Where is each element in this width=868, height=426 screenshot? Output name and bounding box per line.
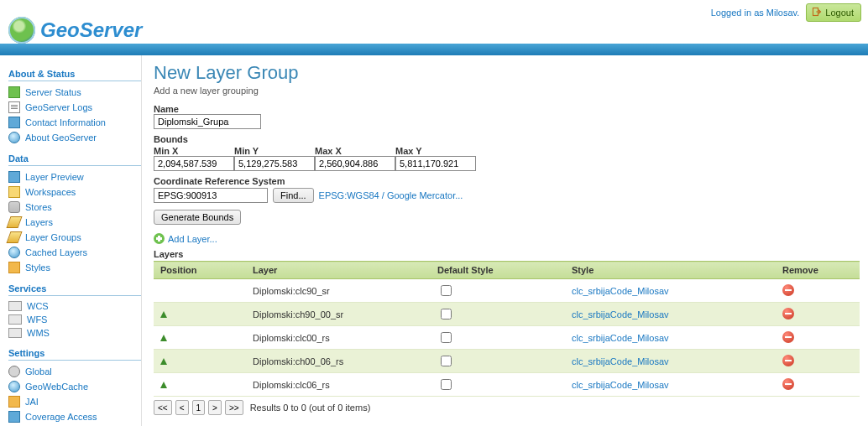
nav-logs[interactable]: GeoServer Logs xyxy=(8,100,141,115)
wcs-icon xyxy=(8,301,22,311)
table-row: Diplomski:clc06_rsclc_srbijaCode_Milosav xyxy=(154,373,860,397)
nav-jai[interactable]: JAI xyxy=(8,394,141,409)
page-title: New Layer Group xyxy=(154,62,860,84)
nav-label: Coverage Access xyxy=(25,412,97,422)
crs-input[interactable] xyxy=(154,188,268,203)
col-default-style: Default Style xyxy=(431,262,565,279)
move-up-icon[interactable] xyxy=(160,358,167,365)
nav-cached-layers[interactable]: Cached Layers xyxy=(8,245,141,260)
jai-icon xyxy=(8,396,20,408)
remove-icon[interactable] xyxy=(782,284,794,296)
pager-last[interactable]: >> xyxy=(225,400,243,415)
add-layer-link[interactable]: Add Layer... xyxy=(154,233,217,244)
nav-label: Layer Groups xyxy=(25,232,81,242)
crs-label: Coordinate Reference System xyxy=(154,176,860,186)
name-label: Name xyxy=(154,104,860,114)
folder-icon xyxy=(8,186,20,198)
table-row: Diplomski:ch00_06_rsclc_srbijaCode_Milos… xyxy=(154,350,860,373)
header-strip xyxy=(0,44,868,55)
main-content: New Layer Group Add a new layer grouping… xyxy=(141,55,868,426)
logs-icon xyxy=(8,101,20,113)
move-up-icon[interactable] xyxy=(160,311,167,318)
minx-label: Min X xyxy=(154,146,234,156)
nav-workspaces[interactable]: Workspaces xyxy=(8,184,141,200)
app-logo[interactable]: GeoServer xyxy=(8,17,142,44)
remove-icon[interactable] xyxy=(782,308,794,320)
style-link[interactable]: clc_srbijaCode_Milosav xyxy=(572,380,669,390)
maxx-input[interactable] xyxy=(315,156,395,171)
col-remove: Remove xyxy=(776,262,860,279)
minx-input[interactable] xyxy=(154,156,234,171)
crs-link[interactable]: EPSG:WGS84 / Google Mercator... xyxy=(319,190,463,200)
name-input[interactable] xyxy=(154,114,261,129)
style-link[interactable]: clc_srbijaCode_Milosav xyxy=(572,309,669,320)
nav-label: WFS xyxy=(27,314,47,325)
maxy-input[interactable] xyxy=(395,156,476,171)
contact-icon xyxy=(8,117,20,128)
pager-page[interactable]: 1 xyxy=(192,400,206,415)
pager-next[interactable]: > xyxy=(208,400,222,415)
nav-wcs[interactable]: WCS xyxy=(8,299,141,313)
nav-global[interactable]: Global xyxy=(8,364,141,379)
gwc-icon xyxy=(8,381,20,392)
default-style-checkbox[interactable] xyxy=(441,356,452,366)
default-style-checkbox[interactable] xyxy=(441,285,452,296)
app-name: GeoServer xyxy=(40,18,142,42)
nav-wfs[interactable]: WFS xyxy=(8,313,141,326)
cached-layers-icon xyxy=(8,247,20,258)
wms-icon xyxy=(8,328,22,338)
logout-button[interactable]: Logout xyxy=(806,3,861,22)
gear-icon xyxy=(8,366,20,377)
nav-label: Global xyxy=(25,366,52,377)
move-up-icon[interactable] xyxy=(160,382,167,388)
nav-contact[interactable]: Contact Information xyxy=(8,115,141,130)
default-style-checkbox[interactable] xyxy=(441,379,452,390)
find-button[interactable]: Find... xyxy=(273,188,314,203)
section-services: Services xyxy=(8,280,141,296)
section-settings: Settings xyxy=(8,345,141,361)
remove-icon[interactable] xyxy=(782,378,794,390)
layer-cell: Diplomski:clc00_rs xyxy=(246,326,431,350)
page-subtitle: Add a new layer grouping xyxy=(154,86,860,96)
status-icon xyxy=(8,86,20,98)
nav-label: Stores xyxy=(25,202,52,212)
default-style-checkbox[interactable] xyxy=(441,309,452,320)
nav-gwc[interactable]: GeoWebCache xyxy=(8,379,141,394)
layer-groups-icon xyxy=(6,231,22,243)
nav-wms[interactable]: WMS xyxy=(8,326,141,340)
nav-label: WMS xyxy=(27,328,50,338)
maxy-label: Max Y xyxy=(395,146,476,156)
add-layer-label: Add Layer... xyxy=(168,234,217,244)
layers-heading: Layers xyxy=(154,249,860,259)
layer-cell: Diplomski:clc06_rs xyxy=(246,373,431,397)
nav-stores[interactable]: Stores xyxy=(8,200,141,215)
style-link[interactable]: clc_srbijaCode_Milosav xyxy=(572,286,669,296)
nav-server-status[interactable]: Server Status xyxy=(8,85,141,100)
remove-icon[interactable] xyxy=(782,331,794,343)
style-link[interactable]: clc_srbijaCode_Milosav xyxy=(572,356,669,366)
default-style-checkbox[interactable] xyxy=(441,332,452,343)
pager-first[interactable]: << xyxy=(154,400,172,415)
nav-layer-preview[interactable]: Layer Preview xyxy=(8,169,141,184)
nav-coverage[interactable]: Coverage Access xyxy=(8,409,141,424)
remove-icon[interactable] xyxy=(782,355,794,366)
miny-input[interactable] xyxy=(234,156,315,171)
style-link[interactable]: clc_srbijaCode_Milosav xyxy=(572,333,669,343)
section-data: Data xyxy=(8,150,141,166)
nav-about[interactable]: About GeoServer xyxy=(8,130,141,145)
col-layer: Layer xyxy=(246,262,431,279)
layer-cell: Diplomski:ch00_06_rs xyxy=(246,350,431,373)
generate-bounds-button[interactable]: Generate Bounds xyxy=(154,210,241,225)
nav-label: Contact Information xyxy=(25,117,106,127)
miny-label: Min Y xyxy=(234,146,315,156)
nav-label: Cached Layers xyxy=(25,247,87,257)
pager-prev[interactable]: < xyxy=(175,400,189,415)
move-up-icon[interactable] xyxy=(160,335,167,341)
nav-styles[interactable]: Styles xyxy=(8,260,141,275)
bounds-label: Bounds xyxy=(154,134,860,144)
nav-layers[interactable]: Layers xyxy=(8,215,141,230)
nav-layer-groups[interactable]: Layer Groups xyxy=(8,230,141,245)
nav-label: Server Status xyxy=(25,87,81,97)
database-icon xyxy=(8,201,20,213)
logout-icon xyxy=(812,7,822,18)
